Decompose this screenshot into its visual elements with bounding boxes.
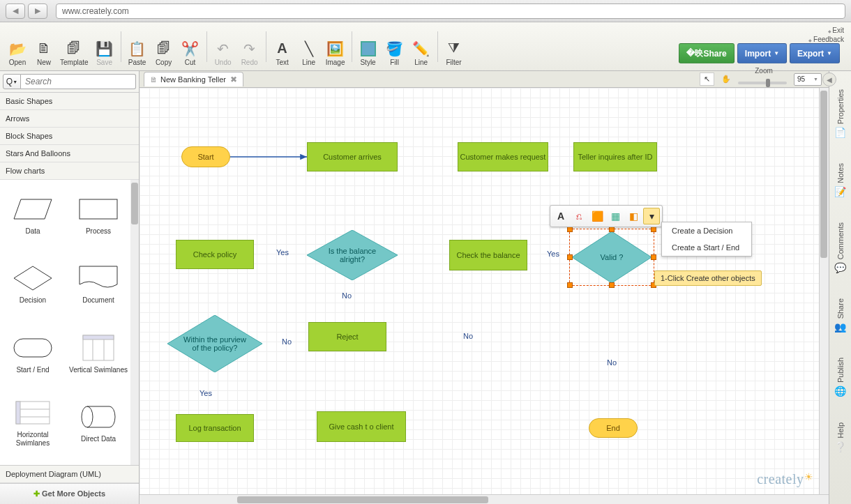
mini-text-button[interactable]: A	[552, 208, 569, 224]
category-flow-charts[interactable]: Flow charts	[0, 162, 139, 180]
cut-button[interactable]: ✂️Cut	[177, 26, 204, 68]
paste-button[interactable]: 📋Paste	[124, 26, 151, 68]
rail-label: Help	[836, 422, 845, 438]
shape-label: Start / End	[16, 366, 49, 374]
node-reject[interactable]: Reject	[308, 322, 386, 351]
search-input[interactable]	[21, 74, 136, 89]
filter-button[interactable]: ⧩Filter	[441, 26, 467, 68]
rail-publish[interactable]: 🌐Publish	[834, 345, 846, 409]
template-icon: 🗐	[66, 39, 82, 59]
mini-more-button[interactable]: ▾	[643, 208, 660, 224]
node-end[interactable]: End	[589, 418, 638, 438]
shape-process[interactable]: Process	[66, 184, 131, 247]
shape-decision[interactable]: Decision	[0, 253, 66, 316]
export-button[interactable]: Export▼	[790, 43, 840, 63]
template-button[interactable]: 🗐Template	[57, 26, 91, 68]
shape-label: Direct Data	[81, 435, 116, 443]
scrollbar-thumb[interactable]	[237, 496, 488, 503]
fill-button[interactable]: 🪣Fill	[382, 26, 408, 68]
category-arrows[interactable]: Arrows	[0, 110, 139, 128]
paste-label: Paste	[128, 59, 146, 66]
node-balance-ok-decision[interactable]: Is the balance alright?	[307, 230, 398, 280]
pointer-tool[interactable]: ↖	[700, 72, 714, 86]
mini-shape-button[interactable]: ◧	[625, 208, 642, 224]
url-field[interactable]: www.creately.com	[56, 3, 845, 19]
line-tool-button[interactable]: ╲Line	[296, 26, 322, 68]
import-button[interactable]: Import▼	[737, 43, 787, 63]
shape-sidebar: Q▼ Basic Shapes Arrows Block Shapes Star…	[0, 71, 140, 504]
nav-forward-button[interactable]: ▶	[28, 3, 47, 19]
redo-button[interactable]: ↷Redo	[236, 26, 263, 68]
canvas[interactable]: Start Customer arrives Customer makes re…	[140, 88, 829, 504]
node-check-balance[interactable]: Check the balance	[449, 240, 527, 270]
rail-help[interactable]: ❔Help	[834, 410, 846, 465]
node-give-cash[interactable]: Give cash t o client	[317, 411, 406, 442]
open-button[interactable]: 📂Open	[4, 26, 31, 68]
shape-label: Process	[86, 227, 111, 236]
shape-start-end[interactable]: Start / End	[0, 323, 66, 385]
zoom-value-field[interactable]: 95▼	[794, 73, 822, 86]
node-customer-arrives[interactable]: Customer arrives	[307, 142, 398, 171]
node-within-policy-decision[interactable]: Within the purview of the policy?	[167, 315, 262, 372]
zoom-slider[interactable]	[738, 82, 787, 84]
zoom-label: Zoom	[755, 67, 773, 75]
menu-create-start-end[interactable]: Create a Start / End	[662, 239, 751, 256]
canvas-horizontal-scrollbar[interactable]	[140, 494, 829, 504]
corner-links: Exit Feedback	[808, 26, 844, 45]
text-tool-button[interactable]: AText	[269, 26, 296, 68]
scrollbar-thumb[interactable]	[131, 183, 138, 224]
category-deployment-uml[interactable]: Deployment Diagram (UML)	[0, 466, 139, 483]
funnel-icon: ⧩	[446, 39, 462, 59]
node-label: Is the balance alright?	[307, 230, 398, 280]
mini-grid-button[interactable]: ▦	[607, 208, 624, 224]
mini-connector-button[interactable]: ⎌	[571, 208, 587, 224]
mini-arrange-button[interactable]: 🟧	[589, 208, 605, 224]
document-tab[interactable]: 🗎 New Banking Teller ✖	[144, 72, 243, 86]
filter-label: Filter	[446, 59, 461, 66]
new-label: New	[37, 59, 51, 66]
shapes-scrollbar[interactable]	[130, 180, 139, 465]
shape-data[interactable]: Data	[0, 184, 66, 247]
copy-button[interactable]: 🗐Copy	[151, 26, 177, 68]
node-inquires-id[interactable]: Teller inquires after ID	[573, 142, 657, 171]
nav-back-button[interactable]: ◀	[6, 3, 25, 19]
rail-share[interactable]: 👥Share	[834, 286, 846, 345]
shape-vertical-swimlanes[interactable]: Vertical Swimlanes	[66, 323, 131, 385]
save-button[interactable]: 💾Save	[91, 26, 118, 68]
get-more-objects-button[interactable]: Get More Objects	[0, 483, 139, 504]
canvas-vertical-scrollbar[interactable]	[819, 88, 829, 494]
scrollbar-thumb[interactable]	[820, 91, 827, 258]
feedback-link[interactable]: Feedback	[808, 36, 844, 43]
node-start[interactable]: Start	[181, 146, 230, 167]
zoom-value: 95	[797, 75, 805, 83]
shape-direct-data[interactable]: Direct Data	[66, 392, 131, 455]
shape-horizontal-swimlanes[interactable]: Horizontal Swimlanes	[0, 392, 66, 455]
edge-label-no: No	[463, 332, 473, 340]
document-icon: 🗎	[150, 75, 158, 84]
menu-create-decision[interactable]: Create a Decision	[662, 222, 751, 239]
category-block-shapes[interactable]: Block Shapes	[0, 128, 139, 145]
node-check-policy[interactable]: Check policy	[176, 240, 254, 269]
node-log-transaction[interactable]: Log transaction	[176, 414, 254, 442]
category-stars-balloons[interactable]: Stars And Balloons	[0, 145, 139, 162]
undo-button[interactable]: ↶Undo	[210, 26, 236, 68]
edge-label-yes: Yes	[276, 248, 289, 257]
pencil-icon: ✏️	[413, 39, 430, 59]
node-makes-request[interactable]: Customer makes request	[458, 142, 548, 171]
pan-tool[interactable]: ✋	[718, 73, 734, 85]
shape-document[interactable]: Document	[66, 253, 131, 316]
node-label: Teller inquires after ID	[578, 153, 653, 161]
image-tool-button[interactable]: 🖼️Image	[322, 26, 349, 68]
category-basic-shapes[interactable]: Basic Shapes	[0, 93, 139, 110]
tab-close-button[interactable]: ✖	[230, 75, 237, 84]
svg-rect-7	[83, 335, 114, 339]
rail-notes[interactable]: 📝Notes	[834, 151, 846, 210]
line-style-button[interactable]: ✏️Line	[408, 26, 435, 68]
new-button[interactable]: 🗎New	[31, 26, 57, 68]
rail-comments[interactable]: 💬Comments	[834, 210, 846, 286]
rail-properties[interactable]: 📄Properties	[834, 77, 846, 151]
style-button[interactable]: Style	[355, 26, 382, 68]
exit-link[interactable]: Exit	[808, 26, 844, 34]
search-mode-button[interactable]: Q▼	[3, 74, 21, 89]
share-button[interactable]: �映 Share	[679, 43, 734, 63]
